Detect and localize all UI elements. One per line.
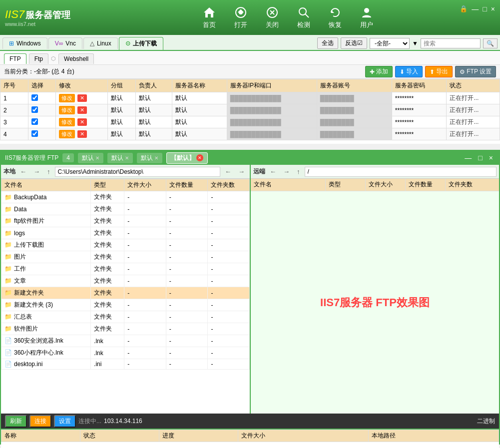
local-file-row[interactable]: 📁工作 文件夹 - - - bbox=[1, 263, 250, 275]
local-file-row[interactable]: 📁图片 文件夹 - - - bbox=[1, 251, 250, 263]
local-file-row[interactable]: 📁ftp软件图片 文件夹 - - - bbox=[1, 215, 250, 227]
search-btn[interactable]: 🔍 bbox=[483, 38, 498, 48]
local-file-row[interactable]: 📁新建文件夹 (3) 文件夹 - - - bbox=[1, 299, 250, 311]
app-container: IIS7 服务器管理 www.iis7.net 首页 bbox=[0, 0, 500, 448]
nav-close[interactable]: 关闭 bbox=[258, 3, 287, 32]
local-expand2-btn[interactable]: → bbox=[236, 167, 247, 176]
remote-forward-btn[interactable]: → bbox=[281, 167, 292, 176]
ftp-tab-close-3[interactable]: ✕ bbox=[154, 155, 158, 161]
file-size: - bbox=[124, 287, 166, 299]
file-name: 📁上传下载图 bbox=[1, 239, 91, 251]
delete-btn[interactable]: ✕ bbox=[77, 118, 87, 126]
remote-path-input[interactable] bbox=[305, 167, 497, 177]
cell-check[interactable] bbox=[28, 116, 56, 128]
local-file-row[interactable]: 📁BackupData 文件夹 - - - bbox=[1, 191, 250, 203]
nav-home[interactable]: 首页 bbox=[195, 3, 224, 32]
cell-name: 默认 bbox=[172, 116, 227, 128]
cell-owner: 默认 bbox=[135, 116, 172, 128]
ftp-settings-btn2[interactable]: 设置 bbox=[54, 415, 76, 428]
import-btn[interactable]: ⬇ 导入 bbox=[395, 66, 423, 77]
local-file-row[interactable]: 📁新建文件夹 文件夹 - - - bbox=[1, 287, 250, 299]
tab-upload[interactable]: ⊙ 上传下载 bbox=[119, 37, 163, 50]
modify-btn[interactable]: 修改 bbox=[59, 106, 75, 114]
select-all-btn[interactable]: 全选 bbox=[317, 37, 338, 49]
file-size: - bbox=[124, 227, 166, 239]
ftp-close-btn[interactable]: × bbox=[487, 154, 495, 162]
modify-btn[interactable]: 修改 bbox=[59, 118, 75, 126]
ftp-tab-default2[interactable]: 默认 ✕ bbox=[107, 153, 133, 163]
delete-btn[interactable]: ✕ bbox=[77, 94, 87, 102]
cell-modify[interactable]: 修改 ✕ bbox=[56, 92, 108, 104]
ftp-connect-btn[interactable]: 连接 bbox=[29, 415, 51, 428]
cell-group: 默认 bbox=[108, 116, 136, 128]
local-up-btn[interactable]: ↑ bbox=[44, 167, 53, 176]
ftp-tab-close-4[interactable]: ✕ bbox=[196, 154, 203, 161]
file-name: 📁BackupData bbox=[1, 191, 91, 203]
nav-open[interactable]: 打开 bbox=[226, 3, 255, 32]
close-btn[interactable]: × bbox=[491, 5, 495, 13]
tab-vnc[interactable]: V∞ Vnc bbox=[48, 37, 82, 49]
local-file-row[interactable]: 📁Data 文件夹 - - - bbox=[1, 203, 250, 215]
add-icon: ✚ bbox=[370, 68, 375, 75]
sub-tab-ftp2[interactable]: Ftp bbox=[29, 53, 48, 64]
local-file-row[interactable]: 📁软件图片 文件夹 - - - bbox=[1, 323, 250, 335]
local-back-btn[interactable]: ← bbox=[17, 167, 29, 176]
sub-tab-ftp[interactable]: FTP bbox=[4, 53, 26, 64]
local-path-input[interactable] bbox=[55, 167, 221, 177]
tab-windows[interactable]: ⊞ Windows bbox=[2, 37, 47, 49]
local-expand1-btn[interactable]: ← bbox=[222, 167, 234, 176]
tab-linux[interactable]: △ Linux bbox=[83, 37, 118, 49]
invert-btn[interactable]: 反选☑ bbox=[341, 37, 367, 49]
cell-modify[interactable]: 修改 ✕ bbox=[56, 104, 108, 116]
local-file-row[interactable]: 📁logs 文件夹 - - - bbox=[1, 227, 250, 239]
cell-check[interactable] bbox=[28, 104, 56, 116]
table-row: 4 修改 ✕ 默认 默认 默认 ████████████ ████████ **… bbox=[0, 128, 500, 140]
nav-user[interactable]: 用户 bbox=[352, 3, 381, 32]
local-file-row[interactable]: 📁文章 文件夹 - - - bbox=[1, 275, 250, 287]
ftp-settings-btn[interactable]: ⚙ FTP 设置 bbox=[455, 66, 496, 77]
cell-modify[interactable]: 修改 ✕ bbox=[56, 128, 108, 140]
svg-line-7 bbox=[305, 14, 309, 17]
file-size: - bbox=[124, 263, 166, 275]
search-input[interactable] bbox=[421, 38, 481, 48]
nav-detect[interactable]: 检测 bbox=[289, 3, 318, 32]
svg-point-2 bbox=[239, 11, 242, 14]
ftp-refresh-btn[interactable]: 刷新 bbox=[5, 415, 27, 428]
file-count: - bbox=[166, 275, 208, 287]
local-forward-btn[interactable]: → bbox=[31, 167, 42, 176]
ftp-tab-close-1[interactable]: ✕ bbox=[95, 155, 99, 161]
nav-restore[interactable]: 恢复 bbox=[321, 3, 350, 32]
add-btn[interactable]: ✚ 添加 bbox=[365, 66, 393, 77]
ftp-minimize-btn[interactable]: — bbox=[463, 154, 474, 162]
delete-btn[interactable]: ✕ bbox=[77, 130, 87, 138]
cell-modify[interactable]: 修改 ✕ bbox=[56, 116, 108, 128]
local-file-row[interactable]: 📄360小程序中心.lnk .lnk - - - bbox=[1, 347, 250, 359]
file-size: - bbox=[124, 275, 166, 287]
ftp-tab-4[interactable]: 4 bbox=[62, 153, 74, 162]
modify-btn[interactable]: 修改 bbox=[59, 130, 75, 138]
ftp-tab-default3[interactable]: 默认 ✕ bbox=[137, 153, 162, 163]
remote-up-btn[interactable]: ↑ bbox=[294, 167, 303, 176]
minimize-btn[interactable]: — bbox=[472, 5, 479, 13]
ftp-tab-default1[interactable]: 默认 ✕ bbox=[78, 153, 103, 163]
ftp-tab-default4[interactable]: 【默认】 ✕ bbox=[166, 152, 208, 164]
cell-check[interactable] bbox=[28, 92, 56, 104]
local-file-row[interactable]: 📄360安全浏览器.lnk .lnk - - - bbox=[1, 335, 250, 347]
file-size: - bbox=[124, 203, 166, 215]
local-file-row[interactable]: 📁上传下载图 文件夹 - - - bbox=[1, 239, 250, 251]
export-btn[interactable]: ⬆ 导出 bbox=[425, 66, 453, 77]
sub-tab-bar: FTP Ftp ⬡ Webshell bbox=[0, 51, 500, 65]
sub-tab-webshell[interactable]: Webshell bbox=[58, 53, 94, 64]
ftp-tab-close-2[interactable]: ✕ bbox=[125, 155, 129, 161]
title-controls: 🔒 — □ × bbox=[460, 5, 495, 13]
modify-btn[interactable]: 修改 bbox=[59, 94, 75, 102]
ftp-maximize-btn[interactable]: □ bbox=[476, 154, 484, 162]
local-file-row[interactable]: 📄desktop.ini .ini - - - bbox=[1, 359, 250, 370]
delete-btn[interactable]: ✕ bbox=[77, 106, 87, 114]
group-select[interactable]: -全部- bbox=[370, 38, 410, 49]
maximize-btn[interactable]: □ bbox=[483, 5, 487, 13]
local-file-scroll[interactable]: 文件名 类型 文件大小 文件数量 文件夹数 📁BackupData 文件夹 - … bbox=[1, 179, 250, 414]
cell-check[interactable] bbox=[28, 128, 56, 140]
remote-back-btn[interactable]: ← bbox=[267, 167, 279, 176]
local-file-row[interactable]: 📁汇总表 文件夹 - - - bbox=[1, 311, 250, 323]
